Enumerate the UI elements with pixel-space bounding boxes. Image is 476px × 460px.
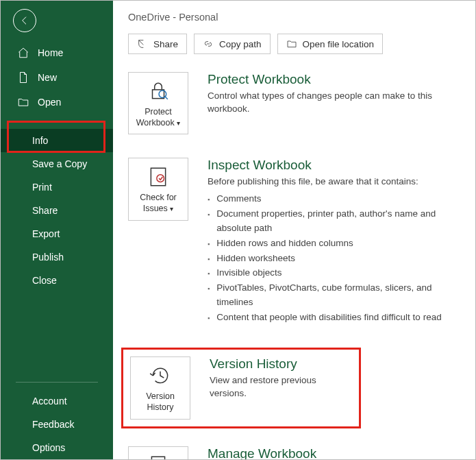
manage-icon bbox=[147, 454, 170, 459]
sidebar-item-label: Print bbox=[32, 182, 52, 193]
sidebar-item-share[interactable]: Share bbox=[1, 199, 113, 222]
sidebar-item-account[interactable]: Account bbox=[1, 389, 113, 413]
section-protect: Protect Workbook ▾ Protect Workbook Cont… bbox=[128, 72, 460, 134]
open-folder-icon bbox=[17, 96, 29, 108]
annotation-highlight-version-history: Version History Version History View and… bbox=[121, 348, 361, 428]
bullet-item: Content that people with disabilities fi… bbox=[208, 310, 460, 325]
sidebar-item-export[interactable]: Export bbox=[1, 222, 113, 245]
share-button[interactable]: Share bbox=[128, 34, 187, 54]
section-version-history: Version History Version History View and… bbox=[130, 356, 352, 419]
version-history-button[interactable]: Version History bbox=[130, 356, 190, 419]
app-root: Home New Open Info Save a Copy Print Sha… bbox=[1, 1, 475, 459]
sidebar-divider bbox=[16, 121, 98, 122]
sidebar-item-print[interactable]: Print bbox=[1, 175, 113, 199]
sidebar-item-label: Save a Copy bbox=[32, 158, 87, 169]
backstage-sidebar: Home New Open Info Save a Copy Print Sha… bbox=[1, 1, 113, 459]
bullet-item: Comments bbox=[208, 191, 460, 206]
section-title: Inspect Workbook bbox=[208, 158, 460, 173]
section-title: Manage Workbook bbox=[208, 446, 460, 459]
svg-line-2 bbox=[165, 96, 168, 99]
back-button[interactable] bbox=[13, 9, 36, 32]
section-title: Version History bbox=[210, 356, 352, 372]
card-label: Version History bbox=[134, 391, 187, 413]
section-desc: Before publishing this file, be aware th… bbox=[208, 175, 460, 189]
open-file-location-button[interactable]: Open file location bbox=[277, 34, 383, 54]
section-title: Protect Workbook bbox=[208, 72, 460, 87]
section-body: Manage Workbook There are no unsaved cha… bbox=[208, 446, 460, 459]
sidebar-item-label: Publish bbox=[32, 252, 64, 263]
sidebar-item-info[interactable]: Info bbox=[1, 129, 113, 152]
section-manage: Manage Workbook ▾ Manage Workbook There … bbox=[128, 446, 460, 459]
check-for-issues-button[interactable]: Check for Issues ▾ bbox=[128, 158, 188, 220]
history-icon bbox=[149, 364, 172, 387]
button-label: Open file location bbox=[303, 39, 374, 49]
bullet-item: Hidden rows and hidden columns bbox=[208, 236, 460, 251]
sidebar-item-label: Feedback bbox=[32, 419, 74, 430]
main-content: OneDrive - Personal Share Copy path Open… bbox=[113, 1, 475, 459]
sidebar-item-close[interactable]: Close bbox=[1, 269, 113, 292]
bullet-item: Invisible objects bbox=[208, 265, 460, 280]
sidebar-item-label: Open bbox=[38, 97, 61, 108]
sidebar-item-label: Home bbox=[38, 47, 63, 58]
section-desc: View and restore previous versions. bbox=[210, 374, 352, 400]
section-body: Inspect Workbook Before publishing this … bbox=[208, 158, 460, 324]
sidebar-item-label: Options bbox=[32, 442, 65, 453]
button-label: Copy path bbox=[219, 39, 262, 49]
sidebar-item-save-copy[interactable]: Save a Copy bbox=[1, 152, 113, 175]
share-icon bbox=[137, 38, 148, 49]
toolbar: Share Copy path Open file location bbox=[128, 34, 460, 54]
svg-rect-0 bbox=[153, 90, 164, 99]
inspect-bullets: Comments Document properties, printer pa… bbox=[208, 191, 460, 324]
breadcrumb: OneDrive - Personal bbox=[128, 12, 460, 23]
protect-workbook-button[interactable]: Protect Workbook ▾ bbox=[128, 72, 188, 134]
sidebar-item-open[interactable]: Open bbox=[1, 90, 113, 114]
sidebar-item-label: Info bbox=[32, 135, 48, 146]
section-inspect: Check for Issues ▾ Inspect Workbook Befo… bbox=[128, 158, 460, 324]
sidebar-item-label: Close bbox=[32, 275, 57, 286]
svg-rect-5 bbox=[151, 457, 164, 459]
sidebar-item-home[interactable]: Home bbox=[1, 40, 113, 65]
section-body: Protect Workbook Control what types of c… bbox=[208, 72, 460, 116]
svg-point-4 bbox=[157, 175, 164, 182]
sidebar-item-feedback[interactable]: Feedback bbox=[1, 413, 113, 436]
sidebar-divider bbox=[16, 382, 98, 383]
bullet-item: Hidden worksheets bbox=[208, 251, 460, 266]
copy-path-button[interactable]: Copy path bbox=[194, 34, 271, 54]
chevron-down-icon: ▾ bbox=[177, 119, 180, 127]
sidebar-item-options[interactable]: Options bbox=[1, 436, 113, 459]
sidebar-item-label: Share bbox=[32, 205, 58, 216]
folder-icon bbox=[286, 38, 297, 49]
card-label: Protect Workbook bbox=[136, 107, 175, 128]
button-label: Share bbox=[153, 39, 178, 49]
section-desc: Control what types of changes people can… bbox=[208, 90, 460, 116]
link-icon bbox=[203, 38, 214, 49]
sidebar-spacer bbox=[1, 292, 113, 375]
arrow-left-icon bbox=[19, 15, 30, 26]
sidebar-item-new[interactable]: New bbox=[1, 65, 113, 90]
chevron-down-icon: ▾ bbox=[170, 205, 173, 213]
sidebar-item-label: New bbox=[38, 72, 57, 83]
sidebar-item-label: Account bbox=[32, 396, 67, 407]
lock-icon bbox=[147, 80, 170, 103]
bullet-item: PivotTables, PivotCharts, cube formulas,… bbox=[208, 280, 460, 310]
home-icon bbox=[17, 47, 29, 59]
bullet-item: Document properties, printer path, autho… bbox=[208, 206, 460, 236]
section-body: Version History View and restore previou… bbox=[210, 356, 352, 400]
sidebar-item-publish[interactable]: Publish bbox=[1, 245, 113, 269]
manage-workbook-button[interactable]: Manage Workbook ▾ bbox=[128, 446, 188, 459]
sidebar-item-label: Export bbox=[32, 228, 60, 239]
inspect-icon bbox=[147, 165, 170, 189]
new-doc-icon bbox=[17, 71, 29, 84]
